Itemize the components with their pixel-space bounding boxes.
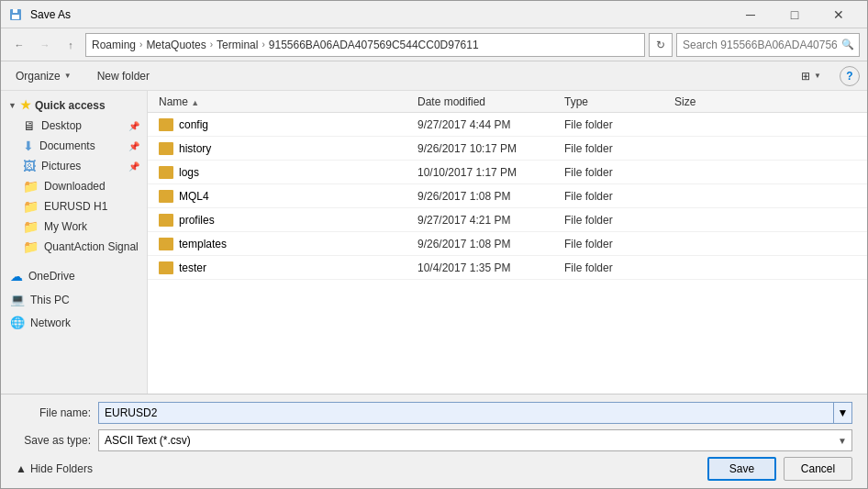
file-date: 9/27/2017 4:21 PM <box>417 214 564 227</box>
sidebar-item-mywork[interactable]: 📁 My Work <box>1 217 147 237</box>
save-button[interactable]: Save <box>707 457 776 481</box>
quick-access-star-icon: ★ <box>20 98 31 112</box>
close-button[interactable]: ✕ <box>818 1 860 28</box>
minimize-button[interactable]: ─ <box>729 1 772 28</box>
sidebar-onedrive-label: OneDrive <box>28 270 75 283</box>
sidebar-pictures-label: Pictures <box>41 160 81 172</box>
sidebar-item-desktop[interactable]: 🖥 Desktop 📌 <box>1 116 147 136</box>
save-as-icon <box>8 7 23 22</box>
filename-dropdown-arrow[interactable]: ▼ <box>834 402 852 424</box>
file-name: tester <box>179 261 206 274</box>
table-row[interactable]: templates 9/26/2017 1:08 PM File folder <box>148 232 867 256</box>
save-type-select-wrap: ASCII Text (*.csv)CSV (*.csv)Text (*.txt… <box>98 429 852 451</box>
hide-folders-button[interactable]: ▲ Hide Folders <box>16 462 93 475</box>
quick-access-arrow: ▼ <box>8 101 17 110</box>
file-name-cell: history <box>151 142 417 155</box>
toolbar: Organize ▼ New folder ⊞ ▼ ? <box>1 61 867 91</box>
mywork-folder-icon: 📁 <box>23 219 39 234</box>
save-type-select[interactable]: ASCII Text (*.csv)CSV (*.csv)Text (*.txt… <box>98 429 852 451</box>
file-type: File folder <box>564 166 674 179</box>
file-date: 9/27/2017 4:44 PM <box>417 118 564 131</box>
file-name-label: File name: <box>16 406 98 419</box>
folder-icon <box>159 238 173 250</box>
help-button[interactable]: ? <box>840 66 860 86</box>
file-type: File folder <box>564 214 674 227</box>
main-content: ▼ ★ Quick access 🖥 Desktop 📌 ⬇ Documents… <box>1 91 867 394</box>
file-type: File folder <box>564 190 674 203</box>
address-bar: ← → ↑ Roaming › MetaQuotes › Terminal › … <box>1 28 867 61</box>
column-size-header[interactable]: Size <box>674 95 748 108</box>
sidebar-item-thispc[interactable]: 💻 This PC <box>1 288 147 311</box>
svg-rect-2 <box>13 9 17 13</box>
cancel-button[interactable]: Cancel <box>784 457 852 481</box>
address-path[interactable]: Roaming › MetaQuotes › Terminal › 915566… <box>85 33 645 57</box>
table-row[interactable]: tester 10/4/2017 1:35 PM File folder <box>148 256 867 280</box>
column-name-header[interactable]: Name ▲ <box>151 95 417 108</box>
view-button[interactable]: ⊞ ▼ <box>794 65 829 87</box>
file-rows-container: config 9/27/2017 4:44 PM File folder his… <box>148 113 867 280</box>
up-button[interactable]: ↑ <box>60 34 82 56</box>
sidebar-item-pictures[interactable]: 🖼 Pictures 📌 <box>1 156 147 176</box>
organize-dropdown-arrow: ▼ <box>64 72 72 80</box>
downloaded-folder-icon: 📁 <box>23 179 39 194</box>
file-name-cell: logs <box>151 166 417 179</box>
column-type-header[interactable]: Type <box>564 95 674 108</box>
organize-button[interactable]: Organize ▼ <box>8 65 79 87</box>
file-list: Name ▲ Date modified Type Size config 9/… <box>148 91 867 394</box>
forward-button[interactable]: → <box>34 34 56 56</box>
file-date: 10/10/2017 1:17 PM <box>417 166 564 179</box>
file-name-input[interactable] <box>98 402 834 424</box>
back-button[interactable]: ← <box>8 34 30 56</box>
sidebar-item-onedrive[interactable]: ☁ OneDrive <box>1 264 147 288</box>
sidebar-item-eurusd[interactable]: 📁 EURUSD H1 <box>1 196 147 217</box>
sidebar-item-downloaded[interactable]: 📁 Downloaded <box>1 176 147 196</box>
search-input[interactable] <box>676 33 860 57</box>
column-date-header[interactable]: Date modified <box>417 95 564 108</box>
table-row[interactable]: MQL4 9/26/2017 1:08 PM File folder <box>148 184 867 208</box>
sort-arrow: ▲ <box>191 98 199 107</box>
sidebar-network-label: Network <box>30 317 71 329</box>
new-folder-button[interactable]: New folder <box>90 65 157 87</box>
desktop-folder-icon: 🖥 <box>23 118 36 133</box>
sidebar-downloaded-label: Downloaded <box>44 180 106 193</box>
quantaction-folder-icon: 📁 <box>23 239 39 254</box>
save-type-label: Save as type: <box>16 434 98 447</box>
table-row[interactable]: history 9/26/2017 10:17 PM File folder <box>148 137 867 161</box>
file-type: File folder <box>564 142 674 155</box>
file-name-cell: tester <box>151 261 417 274</box>
path-metaquotes: MetaQuotes <box>146 39 206 51</box>
search-wrap: 🔍 <box>676 33 860 57</box>
onedrive-icon: ☁ <box>10 269 23 283</box>
sidebar-item-network[interactable]: 🌐 Network <box>1 311 147 334</box>
file-name: profiles <box>179 214 215 227</box>
file-name-cell: profiles <box>151 214 417 227</box>
maximize-button[interactable]: □ <box>773 1 816 28</box>
pin-icon-pictures: 📌 <box>128 161 139 172</box>
network-icon: 🌐 <box>10 316 25 329</box>
file-date: 9/26/2017 1:08 PM <box>417 238 564 250</box>
save-type-row: Save as type: ASCII Text (*.csv)CSV (*.c… <box>16 429 852 451</box>
file-type: File folder <box>564 261 674 274</box>
file-name-cell: config <box>151 118 417 131</box>
sidebar: ▼ ★ Quick access 🖥 Desktop 📌 ⬇ Documents… <box>1 91 148 394</box>
bottom-bar: File name: ▼ Save as type: ASCII Text (*… <box>1 394 867 488</box>
pin-icon-documents: 📌 <box>128 141 139 151</box>
table-row[interactable]: profiles 9/27/2017 4:21 PM File folder <box>148 208 867 232</box>
sidebar-item-documents[interactable]: ⬇ Documents 📌 <box>1 136 147 156</box>
quick-access-header[interactable]: ▼ ★ Quick access <box>1 94 147 116</box>
folder-icon <box>159 261 173 274</box>
folder-icon <box>159 166 173 179</box>
file-name: config <box>179 118 208 131</box>
sidebar-item-quantaction[interactable]: 📁 QuantAction Signal <box>1 237 147 257</box>
table-row[interactable]: logs 10/10/2017 1:17 PM File folder <box>148 161 867 184</box>
sidebar-desktop-label: Desktop <box>41 119 82 132</box>
path-guid: 915566BA06ADA407569C544CC0D97611 <box>269 39 479 51</box>
table-row[interactable]: config 9/27/2017 4:44 PM File folder <box>148 113 867 137</box>
file-name-cell: templates <box>151 238 417 250</box>
folder-icon <box>159 118 173 131</box>
action-row: ▲ Hide Folders Save Cancel <box>16 457 852 481</box>
file-name: templates <box>179 238 227 250</box>
file-list-header: Name ▲ Date modified Type Size <box>148 91 867 113</box>
title-bar-controls: ─ □ ✕ <box>729 1 860 28</box>
refresh-button[interactable]: ↻ <box>649 33 673 57</box>
